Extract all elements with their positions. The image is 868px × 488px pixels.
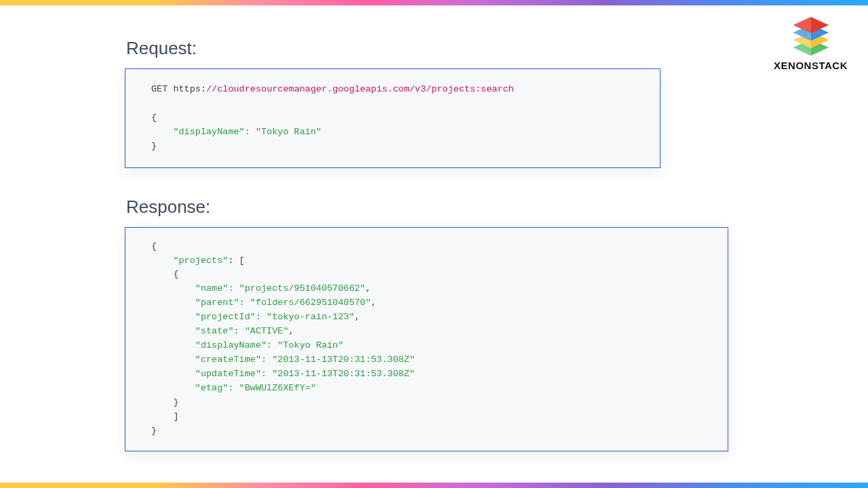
parent-line: "parent": "folders/662951040570" <box>195 298 371 308</box>
brace-open: { <box>151 241 157 251</box>
response-code-block: { "projects": [ { "name": "projects/9510… <box>125 227 728 451</box>
bottom-gradient-bar <box>0 483 868 488</box>
request-code-block: GET https://cloudresourcemanager.googlea… <box>125 68 660 168</box>
state-line: "state": "ACTIVE" <box>195 326 289 336</box>
array-close: ] <box>173 411 178 422</box>
http-scheme: https: <box>173 84 206 94</box>
obj-open: { <box>173 269 178 279</box>
http-method: GET <box>151 84 173 94</box>
obj-close: } <box>173 397 178 407</box>
request-heading: Request: <box>126 38 735 59</box>
projects-key: "projects" <box>173 256 228 266</box>
brace-open: { <box>151 113 157 123</box>
top-gradient-bar <box>0 0 868 5</box>
brace-close: } <box>151 141 157 151</box>
createtime-line: "createTime": "2013-11-13T20:31:53.308Z" <box>195 354 415 365</box>
brand-logo: XENONSTACK <box>774 16 848 71</box>
stack-icon <box>789 16 833 56</box>
brand-name: XENONSTACK <box>774 60 848 71</box>
etag-line: "etag": "BwWUlZ6XEfY=" <box>195 383 316 393</box>
response-heading: Response: <box>126 197 735 218</box>
updatetime-line: "updateTime": "2013-11-13T20:31:53.308Z" <box>195 369 415 379</box>
projectid-line: "projectId": "tokyo-rain-123" <box>195 312 355 322</box>
brace-close: } <box>151 426 157 436</box>
displayname-line: "displayName": "Tokyo Rain" <box>195 340 344 350</box>
name-line: "name": "projects/951040570662" <box>195 283 366 293</box>
main-content: Request: GET https://cloudresourcemanage… <box>125 38 735 480</box>
http-url: //cloudresourcemanager.googleapis.com/v3… <box>206 84 514 94</box>
request-body-line: "displayName": "Tokyo Rain" <box>173 127 321 137</box>
